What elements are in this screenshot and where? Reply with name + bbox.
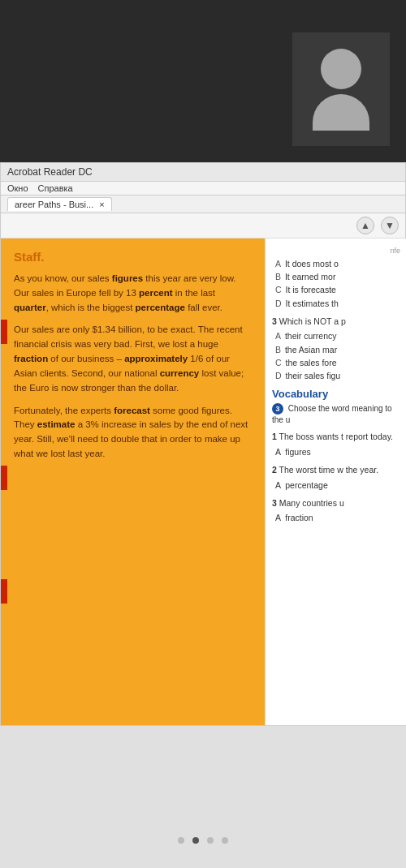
down-arrow-icon: ▼ xyxy=(385,220,395,231)
avatar-body xyxy=(313,94,369,131)
answer-a: A It does most o xyxy=(272,258,400,269)
dot-1[interactable] xyxy=(178,837,184,844)
navigation-dots xyxy=(0,837,406,844)
paragraph-2: Our sales are only $1.34 billion, to be … xyxy=(14,323,252,395)
vocabulary-section: Vocabulary 3 Choose the word meaning to … xyxy=(272,388,400,524)
paragraph-3: Fortunately, the experts forecast some g… xyxy=(14,404,252,462)
bookmark-1 xyxy=(1,320,7,344)
acrobat-tab-bar: areer Paths - Busi... × xyxy=(1,196,405,213)
vocab-q2-answer: A percentage xyxy=(272,479,400,491)
vocab-q1: 1 The boss wants t report today. A figur… xyxy=(272,431,400,458)
blur-text: nfe xyxy=(272,247,400,255)
vocab-instruction: 3 Choose the word meaning to the u xyxy=(272,403,400,426)
right-page: nfe A It does most o B It earned mor C I… xyxy=(265,238,406,725)
content-area: Staff. As you know, our sales figures th… xyxy=(1,238,406,725)
acrobat-toolbar: ▲ ▼ xyxy=(1,213,405,238)
question-3-section: 3 Which is NOT a p A their currency B th… xyxy=(272,316,400,381)
vocab-q3: 3 Many countries u A fraction xyxy=(272,497,400,524)
tab-label: areer Paths - Busi... xyxy=(15,200,93,209)
dot-4[interactable] xyxy=(222,837,228,844)
up-arrow-icon: ▲ xyxy=(361,220,370,231)
acrobat-title-bar: Acrobat Reader DC xyxy=(1,163,405,182)
answer-d: D It estimates th xyxy=(272,298,400,309)
acrobat-window: Acrobat Reader DC Окно Справка areer Pat… xyxy=(0,162,406,726)
scroll-up-button[interactable]: ▲ xyxy=(356,217,374,234)
bookmark-3 xyxy=(1,579,7,604)
vocab-q3-answer: A fraction xyxy=(272,512,400,523)
vocab-badge: 3 xyxy=(272,403,283,415)
vocab-q2-text: 2 The worst time w the year. xyxy=(272,464,400,476)
acrobat-menu-bar: Окно Справка xyxy=(1,182,405,196)
dot-2[interactable] xyxy=(192,837,199,844)
tab-close[interactable]: × xyxy=(99,200,104,209)
question-3-text: 3 Which is NOT a p xyxy=(272,316,400,328)
q3-answer-d: D their sales figu xyxy=(272,370,400,381)
scroll-down-button[interactable]: ▼ xyxy=(381,217,399,234)
left-page: Staff. As you know, our sales figures th… xyxy=(1,238,265,725)
q3-answer-c: C the sales fore xyxy=(272,357,400,368)
document-tab[interactable]: areer Paths - Busi... × xyxy=(7,197,112,211)
question-answers-section: A It does most o B It earned mor C It is… xyxy=(272,258,400,309)
vocab-q3-text: 3 Many countries u xyxy=(272,497,400,509)
q3-answer-b: B the Asian mar xyxy=(272,344,400,355)
menu-item-spravka[interactable]: Справка xyxy=(38,183,73,193)
q3-answer-a: A their currency xyxy=(272,330,400,342)
menu-item-okno[interactable]: Окно xyxy=(7,183,28,193)
answer-b: B It earned mor xyxy=(272,271,400,282)
answer-c: C It is forecaste xyxy=(272,284,400,295)
app-title: Acrobat Reader DC xyxy=(7,166,93,178)
vocab-q1-answer: A figures xyxy=(272,446,400,458)
vocab-q2: 2 The worst time w the year. A percentag… xyxy=(272,464,400,491)
bookmark-2 xyxy=(1,466,7,490)
vocab-q1-text: 1 The boss wants t report today. xyxy=(272,431,400,443)
vocabulary-heading: Vocabulary xyxy=(272,388,400,400)
staff-heading: Staff. xyxy=(14,250,252,264)
avatar-head xyxy=(321,49,361,89)
avatar-container xyxy=(292,32,390,146)
paragraph-1: As you know, our sales figures this year… xyxy=(14,272,252,315)
dot-3[interactable] xyxy=(207,837,214,844)
